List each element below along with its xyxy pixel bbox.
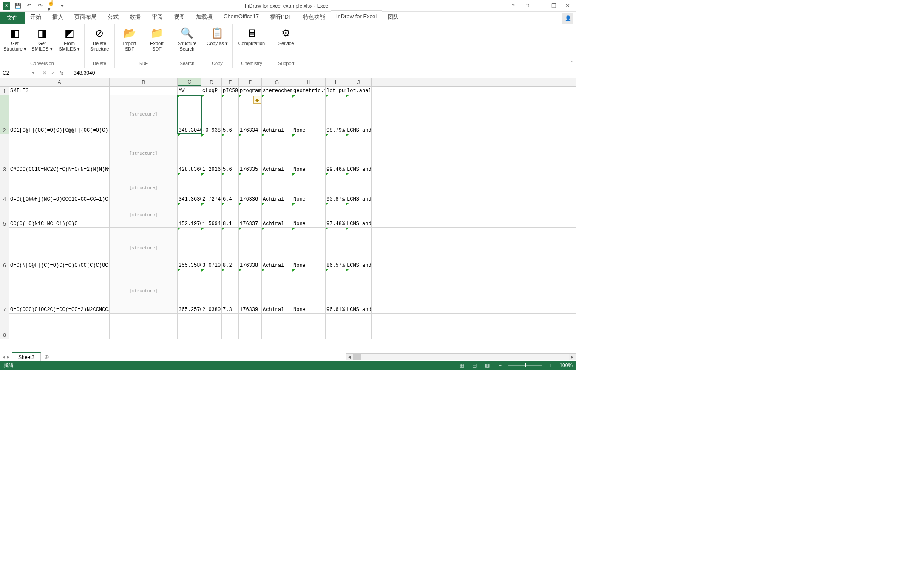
row-header-2[interactable]: 2 — [0, 95, 9, 134]
structure-search-button[interactable]: 🔍Structure Search — [175, 25, 199, 60]
cell-G3[interactable]: Achiral — [262, 134, 292, 173]
namebox-dropdown-icon[interactable]: ▼ — [31, 71, 35, 75]
ribbon-options-button[interactable]: ⬚ — [522, 3, 531, 9]
accept-formula-icon[interactable]: ✓ — [51, 70, 55, 76]
import-sdf-button[interactable]: 📂Import SDF — [117, 25, 142, 60]
row-header-6[interactable]: 6 — [0, 228, 9, 269]
ribbon-tab-5[interactable]: 审阅 — [146, 10, 168, 24]
scroll-right-icon[interactable]: ▸ — [569, 354, 576, 360]
cell-C7[interactable]: 365.2570 — [178, 269, 201, 313]
cell-F8[interactable] — [239, 314, 262, 339]
cell-C3[interactable]: 428.8360 — [178, 134, 201, 173]
horizontal-scrollbar[interactable]: ◂ ▸ — [346, 353, 576, 360]
cell-A6[interactable]: O=C(N[C@H](C(=O)C(=C)C)CC(C)C)OC(C)(C)C — [9, 228, 110, 269]
cell-F4[interactable]: 176336 — [239, 173, 262, 203]
ribbon-tab-12[interactable]: 团队 — [382, 10, 404, 24]
cell-D1[interactable]: cLogP — [201, 87, 222, 95]
ribbon-tab-0[interactable]: 开始 — [25, 10, 47, 24]
ribbon-tab-1[interactable]: 插入 — [47, 10, 69, 24]
cell-A3[interactable]: C#CCC(CC1C=NC2C(=C(N=C(N=2)N)N)N=1)(C1=C… — [9, 134, 110, 173]
delete-structure-button[interactable]: ⊘Delete Structure — [87, 25, 112, 60]
cell-I2[interactable]: 98.79% — [326, 95, 346, 134]
ribbon-tab-9[interactable]: 福昕PDF — [264, 10, 298, 24]
computation-button[interactable]: 🖥Computation — [235, 25, 268, 60]
touch-mode-icon[interactable]: ☝▾ — [48, 3, 54, 9]
cell-J2[interactable]: LCMS and NMR — [346, 95, 372, 134]
cell-E8[interactable] — [222, 314, 239, 339]
col-header-I[interactable]: I — [326, 78, 346, 86]
cell-J7[interactable]: LCMS and NMR — [346, 269, 372, 313]
row-header-5[interactable]: 5 — [0, 203, 9, 228]
ribbon-tab-11[interactable]: InDraw for Excel — [331, 10, 382, 24]
cell-G1[interactable]: stereochem.data — [262, 87, 292, 95]
cell-J8[interactable] — [346, 314, 372, 339]
service-button[interactable]: ⚙Service — [274, 25, 298, 60]
cell-H3[interactable]: None — [292, 134, 326, 173]
cell-J4[interactable]: LCMS and NMR — [346, 173, 372, 203]
cell-C4[interactable]: 341.3630 — [178, 173, 201, 203]
cell-E2[interactable]: 5.6 — [222, 95, 239, 134]
cell-F3[interactable]: 176335 — [239, 134, 262, 173]
view-layout-icon[interactable]: ▤ — [470, 362, 479, 368]
cell-B7[interactable]: [structure] — [110, 269, 178, 313]
cell-H2[interactable]: None — [292, 95, 326, 134]
cell-G2[interactable]: Achiral — [262, 95, 292, 134]
cell-D7[interactable]: 2.0380 — [201, 269, 222, 313]
cell-C2[interactable]: 348.3040 — [178, 95, 201, 134]
cell-G8[interactable] — [262, 314, 292, 339]
cell-J5[interactable]: LCMS and NMR — [346, 203, 372, 227]
undo-icon[interactable]: ↶ — [26, 3, 32, 9]
col-header-B[interactable]: B — [110, 78, 178, 86]
get-smiles-button[interactable]: ◨Get SMILES ▾ — [30, 25, 54, 60]
cell-I7[interactable]: 96.61% — [326, 269, 346, 313]
cell-G7[interactable]: Achiral — [262, 269, 292, 313]
help-button[interactable]: ? — [509, 3, 517, 9]
cell-A1[interactable]: SMILES — [9, 87, 110, 95]
ribbon-tab-6[interactable]: 视图 — [168, 10, 190, 24]
col-header-F[interactable]: F — [239, 78, 262, 86]
row-header-3[interactable]: 3 — [0, 134, 9, 173]
cell-H7[interactable]: None — [292, 269, 326, 313]
cell-B4[interactable]: [structure] — [110, 173, 178, 203]
cell-D8[interactable] — [201, 314, 222, 339]
cell-F1[interactable]: program.pro — [239, 87, 262, 95]
cell-H6[interactable]: None — [292, 228, 326, 269]
select-all-corner[interactable] — [0, 78, 9, 86]
cell-I8[interactable] — [326, 314, 346, 339]
cell-B3[interactable]: [structure] — [110, 134, 178, 173]
collapse-ribbon-icon[interactable]: ˅ — [571, 61, 573, 67]
cell-G6[interactable]: Achiral — [262, 228, 292, 269]
fx-icon[interactable]: fx — [60, 70, 67, 76]
cell-I6[interactable]: 86.57% — [326, 228, 346, 269]
cell-D5[interactable]: 1.5694 — [201, 203, 222, 227]
cell-I3[interactable]: 99.46% — [326, 134, 346, 173]
cell-D2[interactable]: -0.9382 — [201, 95, 222, 134]
cell-E7[interactable]: 7.3 — [222, 269, 239, 313]
row-header-8[interactable]: 8 — [0, 314, 9, 339]
view-normal-icon[interactable]: ▦ — [457, 362, 466, 368]
formula-input[interactable]: 348.3040 — [71, 70, 576, 76]
sheet-tab-sheet3[interactable]: Sheet3 — [12, 352, 41, 362]
cell-H4[interactable]: None — [292, 173, 326, 203]
cell-C6[interactable]: 255.3580 — [178, 228, 201, 269]
cell-D4[interactable]: 2.7274 — [201, 173, 222, 203]
ribbon-tab-10[interactable]: 特色功能 — [298, 10, 331, 24]
col-header-A[interactable]: A — [9, 78, 110, 86]
cell-C5[interactable]: 152.1970 — [178, 203, 201, 227]
zoom-out-button[interactable]: − — [496, 362, 504, 368]
restore-button[interactable]: ❐ — [550, 3, 558, 9]
cell-I4[interactable]: 90.87% — [326, 173, 346, 203]
cell-E3[interactable]: 5.6 — [222, 134, 239, 173]
from-smiles-button[interactable]: ◩From SMILES ▾ — [57, 25, 82, 60]
row-header-1[interactable]: 1 — [0, 87, 9, 95]
col-header-H[interactable]: H — [292, 78, 326, 86]
cell-A8[interactable] — [9, 314, 110, 339]
sheet-nav-last-icon[interactable]: ▸ — [7, 354, 9, 360]
row-header-4[interactable]: 4 — [0, 173, 9, 203]
cell-H8[interactable] — [292, 314, 326, 339]
ribbon-tab-3[interactable]: 公式 — [102, 10, 124, 24]
cell-F5[interactable]: 176337 — [239, 203, 262, 227]
ribbon-tab-2[interactable]: 页面布局 — [69, 10, 102, 24]
smart-tag-icon[interactable]: ◆ — [253, 96, 261, 104]
save-icon[interactable]: 💾 — [14, 3, 21, 9]
